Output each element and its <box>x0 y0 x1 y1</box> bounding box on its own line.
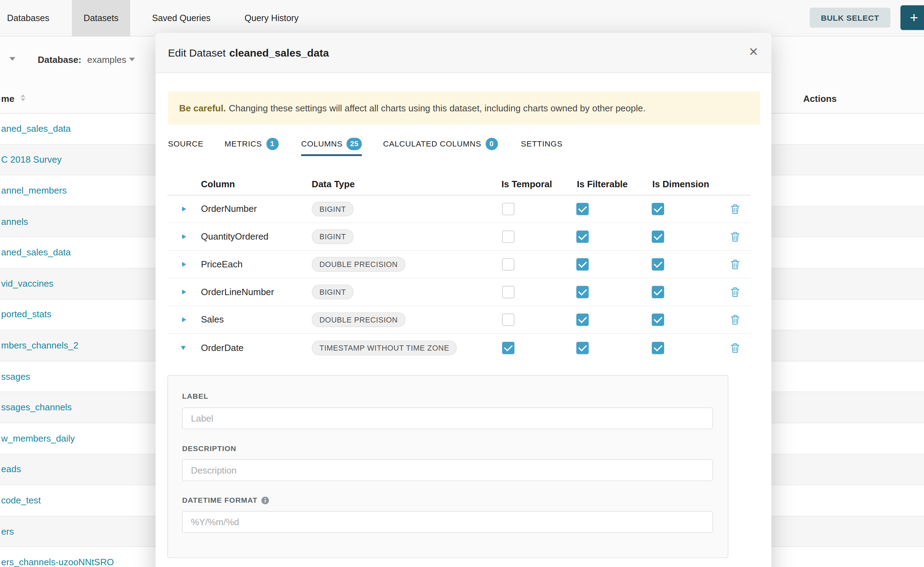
column-name: OrderNumber <box>201 204 257 214</box>
is-filterable-checkbox[interactable] <box>576 286 588 298</box>
collapse-caret-icon[interactable] <box>181 346 186 350</box>
tab-calculated-columns[interactable]: CALCULATED COLUMNS0 <box>383 133 498 154</box>
expand-caret-icon[interactable] <box>182 317 187 322</box>
modal-header: Edit Dataset cleaned_sales_data ✕ <box>155 33 771 73</box>
is-dimension-checkbox[interactable] <box>652 231 664 243</box>
expand-caret-icon[interactable] <box>182 290 187 294</box>
close-icon[interactable]: ✕ <box>749 46 758 58</box>
header-is-dimension: Is Dimension <box>652 179 709 190</box>
description-field-label: DESCRIPTION <box>182 444 236 453</box>
header-is-temporal: Is Temporal <box>501 179 552 190</box>
sort-icon[interactable] <box>21 94 25 101</box>
is-filterable-checkbox[interactable] <box>576 203 588 215</box>
tab-source[interactable]: SOURCE <box>168 133 203 154</box>
modal-title-prefix: Edit Dataset <box>168 47 226 59</box>
is-dimension-checkbox[interactable] <box>652 342 664 354</box>
tab-metrics[interactable]: METRICS1 <box>225 133 278 154</box>
info-icon[interactable] <box>261 496 269 504</box>
is-filterable-checkbox[interactable] <box>576 258 588 270</box>
is-dimension-checkbox[interactable] <box>652 314 664 326</box>
is-dimension-checkbox[interactable] <box>652 203 664 215</box>
delete-column-icon[interactable] <box>731 342 739 352</box>
data-type-pill: BIGINT <box>312 202 354 216</box>
header-column: Column <box>201 179 235 190</box>
dataset-link[interactable]: mbers_channels_2 <box>1 340 78 351</box>
dataset-link[interactable]: eads <box>1 464 21 475</box>
is-filterable-checkbox[interactable] <box>576 231 588 243</box>
nav-item-saved-queries[interactable]: Saved Queries <box>152 0 210 36</box>
column-header-name[interactable]: me <box>1 93 14 104</box>
chevron-down-icon[interactable] <box>9 57 15 61</box>
delete-column-icon[interactable] <box>731 287 739 297</box>
is-temporal-checkbox[interactable] <box>502 342 515 354</box>
tab-label: SETTINGS <box>521 139 563 148</box>
columns-table: Column Data Type Is Temporal Is Filterab… <box>167 174 751 362</box>
header-data-type: Data Type <box>312 179 355 190</box>
dataset-link[interactable]: aned_sales_data <box>1 124 71 134</box>
tab-columns[interactable]: COLUMNS25 <box>301 133 362 154</box>
is-temporal-checkbox[interactable] <box>502 286 515 298</box>
delete-column-icon[interactable] <box>731 315 739 325</box>
tab-count-badge: 1 <box>266 137 278 150</box>
active-tab-underline <box>301 154 362 156</box>
tab-count-badge: 25 <box>347 137 362 150</box>
nav-item-databases[interactable]: Databases <box>7 0 49 36</box>
is-filterable-checkbox[interactable] <box>576 314 588 326</box>
dataset-link[interactable]: ssages <box>1 371 30 382</box>
dataset-link[interactable]: annel_members <box>1 186 66 196</box>
column-name: QuantityOrdered <box>201 231 269 242</box>
nav-item-datasets[interactable]: Datasets <box>72 0 130 36</box>
database-filter-value[interactable]: examples <box>87 55 126 65</box>
bulk-select-button[interactable]: BULK SELECT <box>810 8 891 28</box>
column-row-expanded: OrderDate TIMESTAMP WITHOUT TIME ZONE <box>167 334 751 362</box>
is-temporal-checkbox[interactable] <box>502 314 515 326</box>
column-name: OrderLineNumber <box>201 286 274 297</box>
dataset-link[interactable]: code_test <box>1 495 41 506</box>
modal-title-dataset-name: cleaned_sales_data <box>229 47 329 59</box>
dataset-link[interactable]: aned_sales_data <box>1 248 71 258</box>
label-field[interactable] <box>182 408 713 429</box>
column-row: OrderNumber BIGINT <box>167 195 751 223</box>
data-type-pill: DOUBLE PRECISION <box>312 257 405 272</box>
expand-caret-icon[interactable] <box>182 262 187 267</box>
datetime-format-field-label: DATETIME FORMAT <box>182 496 269 504</box>
nav-item-query-history[interactable]: Query History <box>245 0 299 36</box>
dataset-link[interactable]: C 2018 Survey <box>1 154 62 165</box>
is-filterable-checkbox[interactable] <box>576 342 588 354</box>
column-row: QuantityOrdered BIGINT <box>167 223 751 251</box>
dataset-link[interactable]: w_members_daily <box>1 433 75 444</box>
header-is-filterable: Is Filterable <box>577 179 628 190</box>
chevron-down-icon[interactable] <box>129 58 135 61</box>
data-type-pill: TIMESTAMP WITHOUT TIME ZONE <box>312 340 457 355</box>
data-type-pill: DOUBLE PRECISION <box>312 312 405 327</box>
is-temporal-checkbox[interactable] <box>502 258 515 270</box>
column-name: PriceEach <box>201 259 242 270</box>
is-temporal-checkbox[interactable] <box>502 203 515 215</box>
modal-tabs: SOURCE METRICS1 COLUMNS25 CALCULATED COL… <box>155 133 771 154</box>
dataset-link[interactable]: vid_vaccines <box>1 278 53 289</box>
column-header-actions: Actions <box>803 93 837 104</box>
warning-banner: Be careful. Changing these settings will… <box>168 92 760 125</box>
expand-caret-icon[interactable] <box>182 207 187 211</box>
delete-column-icon[interactable] <box>731 232 739 242</box>
column-row: Sales DOUBLE PRECISION <box>167 306 751 334</box>
dataset-link[interactable]: ported_stats <box>1 309 51 320</box>
tab-settings[interactable]: SETTINGS <box>521 133 563 154</box>
column-detail-panel: LABEL DESCRIPTION DATETIME FORMAT <box>167 375 728 558</box>
expand-caret-icon[interactable] <box>182 234 187 239</box>
description-field[interactable] <box>182 459 713 481</box>
dataset-link[interactable]: ers_channels-uzooNNtSRO <box>1 557 114 567</box>
label-field-label: LABEL <box>182 392 209 400</box>
delete-column-icon[interactable] <box>731 204 739 214</box>
is-temporal-checkbox[interactable] <box>502 231 515 243</box>
datetime-format-field[interactable] <box>182 511 713 533</box>
dataset-link[interactable]: ers <box>1 526 14 537</box>
dataset-link[interactable]: annels <box>1 216 28 227</box>
add-dataset-button[interactable]: + <box>900 5 924 30</box>
delete-column-icon[interactable] <box>731 259 739 269</box>
is-dimension-checkbox[interactable] <box>652 286 664 298</box>
datetime-format-label-text: DATETIME FORMAT <box>182 496 257 504</box>
is-dimension-checkbox[interactable] <box>652 258 664 270</box>
dataset-link[interactable]: ssages_channels <box>1 402 72 413</box>
data-type-pill: BIGINT <box>312 230 354 244</box>
